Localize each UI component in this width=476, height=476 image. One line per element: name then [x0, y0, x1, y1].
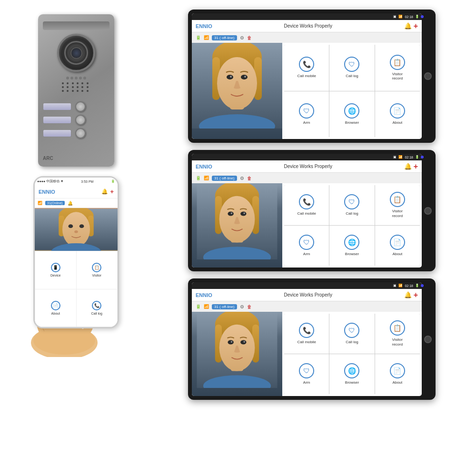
call-log-icon-mid: 🛡	[344, 194, 359, 209]
arm-icon-top: 🛡	[299, 103, 314, 119]
grid-cell-callmobile-top[interactable]: 📞 Call mobile	[284, 45, 329, 91]
call-log-label-bot: Call log	[346, 340, 358, 345]
app-header-mid: ENNIO Device Works Properly 🔔 +	[192, 160, 422, 173]
phone-grid-calllog[interactable]: 📞 Call log	[77, 289, 118, 327]
status-sim-bot: ▣	[393, 284, 397, 288]
trash-icon-mid[interactable]: 🗑	[247, 176, 252, 181]
phone-status-bar: ●●●● 中国移动 ▼ 3:53 PM 🔋	[35, 178, 118, 185]
grid-cell-browser-bot[interactable]: 🌐 Browser	[329, 354, 374, 394]
browser-icon-mid: 🌐	[344, 235, 359, 250]
grid-cell-arm-bot[interactable]: 🛡 Arm	[284, 354, 329, 394]
phone-grid-device[interactable]: 📱 Device	[35, 251, 76, 289]
phone-grid-visitor[interactable]: 📋 Visitor	[77, 251, 118, 289]
grid-cell-about-mid[interactable]: 📄 About	[375, 226, 420, 266]
gear-icon-mid[interactable]: ⚙	[240, 176, 244, 181]
app-header-top: ENNIO Device Works Properly 🔔 +	[192, 20, 422, 32]
grid-cell-browser-top[interactable]: 🌐 Browser	[329, 91, 374, 138]
sub-battery-icon: 🔋	[196, 35, 201, 40]
monitor-mid-screen: ▣ 📶 02:18 🔋 ENNIO Device Works Properly …	[192, 154, 422, 268]
about-label-mid: About	[392, 252, 402, 257]
grid-cell-about-bot[interactable]: 📄 About	[375, 354, 420, 394]
call-button-round-1[interactable]	[75, 101, 86, 112]
call-button-light-2	[43, 116, 71, 124]
phone-screen: ●●●● 中国移动 ▼ 3:53 PM 🔋 ENNIO 🔔 +	[35, 178, 118, 327]
browser-icon-top: 🌐	[344, 103, 359, 119]
call-button-light-3	[43, 129, 71, 137]
sub-wifi-bot: 📶	[204, 304, 209, 309]
doorbell-camera-unit: ARC	[38, 14, 114, 167]
svg-point-49	[240, 340, 246, 345]
grid-cell-arm-mid[interactable]: 🛡 Arm	[284, 226, 329, 266]
browser-label-top: Browser	[345, 120, 359, 125]
app-brand-mid: ENNIO	[196, 164, 212, 169]
monitor-top-side-button[interactable]	[424, 72, 432, 80]
phone-bell-sub: 🔔	[68, 201, 73, 206]
phone-online-badge: 31(Online)	[45, 201, 65, 205]
monitor-bot-led	[421, 284, 424, 287]
visitor-label-mid: Visitorrecord	[392, 209, 403, 218]
about-icon-mid: 📄	[390, 235, 405, 250]
phone-wifi-icon: 📶	[38, 201, 42, 205]
grid-cell-callmobile-mid[interactable]: 📞 Call mobile	[284, 185, 329, 225]
phone-visitor-label: Visitor	[92, 274, 101, 277]
status-sim-mid: ▣	[393, 155, 397, 159]
app-brand-top: ENNIO	[196, 23, 212, 29]
call-button-row-1	[43, 101, 109, 112]
phone-app-header: ENNIO 🔔 +	[35, 185, 118, 198]
monitor-bot: ▣ 📶 02:18 🔋 ENNIO Device Works Properly …	[188, 278, 436, 400]
about-icon-top: 📄	[390, 103, 405, 119]
grid-cell-visitor-mid[interactable]: 📋 Visitorrecord	[375, 185, 420, 225]
phone-app-grid: 📱 Device 📋 Visitor 📄 About 📞	[35, 251, 118, 327]
grid-cell-visitor-top[interactable]: 📋 Visitorrecord	[375, 45, 420, 91]
monitor-bot-side-button[interactable]	[424, 336, 432, 343]
arm-icon-bot: 🛡	[299, 363, 314, 378]
arm-label-bot: Arm	[303, 380, 310, 385]
bell-icon-top: 🔔	[404, 22, 412, 30]
svg-point-27	[241, 75, 248, 79]
grid-cell-about-top[interactable]: 📄 About	[375, 91, 420, 138]
grid-cell-calllog-mid[interactable]: 🛡 Call log	[329, 185, 374, 225]
grid-cell-visitor-bot[interactable]: 📋 Visitorrecord	[375, 314, 420, 354]
call-button-round-3[interactable]	[75, 128, 86, 139]
sub-wifi-icon: 📶	[204, 35, 209, 40]
phone-time: 3:53 PM	[81, 180, 93, 183]
svg-point-40	[243, 212, 245, 214]
monitor-top: ▣ 📶 02:18 🔋 ENNIO Device Works Properly …	[188, 10, 436, 143]
monitor-mid-side-button[interactable]	[424, 207, 432, 215]
sub-battery-mid: 🔋	[196, 176, 201, 180]
offline-badge-mid: 31 ( off-line)	[212, 176, 237, 181]
svg-point-50	[231, 341, 233, 343]
call-button-light-1	[43, 103, 71, 110]
phone-mockup: ●●●● 中国移动 ▼ 3:53 PM 🔋 ENNIO 🔔 +	[33, 176, 119, 328]
gear-icon-top[interactable]: ⚙	[240, 35, 244, 40]
grid-cell-browser-mid[interactable]: 🌐 Browser	[329, 226, 374, 266]
monitor-mid: ▣ 📶 02:18 🔋 ENNIO Device Works Properly …	[188, 150, 436, 271]
call-mobile-icon-mid: 📞	[299, 194, 314, 209]
monitor-bot-screen: ▣ 📶 02:18 🔋 ENNIO Device Works Properly …	[192, 282, 422, 396]
trash-icon-bot[interactable]: 🗑	[247, 304, 252, 309]
phone-calllog-label: Call log	[91, 312, 102, 315]
arm-label-mid: Arm	[303, 252, 310, 257]
phone-carrier: ●●●● 中国移动 ▼	[37, 179, 64, 184]
svg-point-51	[243, 341, 245, 343]
app-title-top: Device Works Properly	[284, 23, 332, 29]
svg-point-5	[69, 224, 73, 228]
status-time-mid: 02:18	[405, 156, 413, 159]
grid-cell-calllog-bot[interactable]: 🛡 Call log	[329, 314, 374, 354]
browser-label-bot: Browser	[345, 380, 359, 385]
status-sim-icon: ▣	[393, 15, 397, 19]
grid-cell-arm-top[interactable]: 🛡 Arm	[284, 91, 329, 138]
call-button-round-2[interactable]	[75, 115, 86, 125]
grid-cell-callmobile-bot[interactable]: 📞 Call mobile	[284, 314, 329, 354]
trash-icon-top[interactable]: 🗑	[247, 35, 252, 40]
app-grid-mid: 📞 Call mobile 🛡 Call log 📋 Visitorrecord	[284, 185, 420, 266]
app-content-bot: 📞 Call mobile 🛡 Call log 📋 Visitorrecord	[192, 312, 422, 396]
sub-battery-bot: 🔋	[196, 304, 201, 309]
phone-grid-about[interactable]: 📄 About	[35, 289, 76, 327]
grid-cell-calllog-top[interactable]: 🛡 Call log	[329, 45, 374, 91]
gear-icon-bot[interactable]: ⚙	[240, 304, 244, 309]
svg-point-15	[33, 326, 95, 355]
status-time: 02:18	[405, 15, 413, 19]
app-sub-header-mid: 🔋 📶 31 ( off-line) ⚙ 🗑	[192, 173, 422, 183]
browser-label-mid: Browser	[345, 252, 359, 257]
